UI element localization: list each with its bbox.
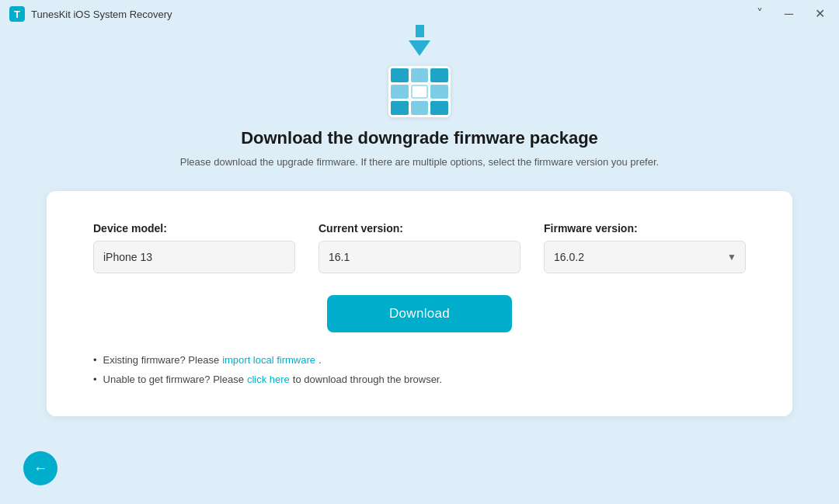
import-local-firmware-link[interactable]: import local firmware [222,354,315,366]
back-arrow-icon: ← [33,461,47,477]
arrow-body [416,25,424,37]
note-2-suffix: to download through the browser. [293,374,442,385]
grid-cell-center [411,85,429,99]
current-version-label: Current version: [319,222,520,235]
bullet-1: • [93,354,97,366]
note-2-prefix: Unable to get firmware? Please [103,374,244,385]
current-version-group: Current version: [319,222,520,273]
bullet-2: • [93,374,97,385]
device-model-input[interactable] [93,241,295,273]
grid-cell-9 [430,101,448,115]
note-1-prefix: Existing firmware? Please [103,354,220,366]
form-row: Device model: Current version: Firmware … [93,222,746,273]
page-subtitle: Please download the upgrade firmware. If… [180,156,659,168]
download-button[interactable]: Download [327,295,512,332]
click-here-link[interactable]: click here [247,374,290,385]
page-title: Download the downgrade firmware package [241,128,598,148]
titlebar-controls: ˅ ─ ✕ [752,6,830,22]
titlebar: T TunesKit iOS System Recovery ˅ ─ ✕ [0,0,839,28]
note-1-suffix: . [319,354,322,366]
firmware-icon [385,43,454,117]
device-model-group: Device model: [93,222,295,273]
grid-cell-4 [391,85,409,99]
notes-section: • Existing firmware? Please import local… [93,354,746,385]
card: Device model: Current version: Firmware … [47,191,792,416]
grid-cell-1 [391,68,409,82]
note-2: • Unable to get firmware? Please click h… [93,374,746,385]
firmware-version-label: Firmware version: [544,222,746,235]
minimize-button[interactable]: ─ [780,6,798,22]
back-button[interactable]: ← [23,451,57,485]
firmware-version-group: Firmware version: 16.0.216.0.116.015.7 ▼ [544,222,746,273]
grid-cell-6 [430,85,448,99]
app-title: TunesKit iOS System Recovery [31,9,172,20]
arrow-icon [409,43,430,56]
current-version-input[interactable] [319,241,520,273]
firmware-version-select[interactable]: 16.0.216.0.116.015.7 [544,241,746,273]
note-1: • Existing firmware? Please import local… [93,354,746,366]
close-button[interactable]: ✕ [810,6,830,22]
grid-cell-2 [411,68,429,82]
grid-cell-8 [411,101,429,115]
svg-text:T: T [14,9,20,20]
icon-grid [388,66,451,117]
chevron-button[interactable]: ˅ [752,6,768,22]
download-btn-row: Download [93,295,746,332]
grid-cell-3 [430,68,448,82]
main-content: Download the downgrade firmware package … [0,28,839,432]
app-icon: T [9,6,25,22]
firmware-select-wrapper: 16.0.216.0.116.015.7 ▼ [544,241,746,273]
device-model-label: Device model: [93,222,295,235]
arrow-head [409,40,430,56]
titlebar-left: T TunesKit iOS System Recovery [9,6,172,22]
grid-cell-7 [391,101,409,115]
